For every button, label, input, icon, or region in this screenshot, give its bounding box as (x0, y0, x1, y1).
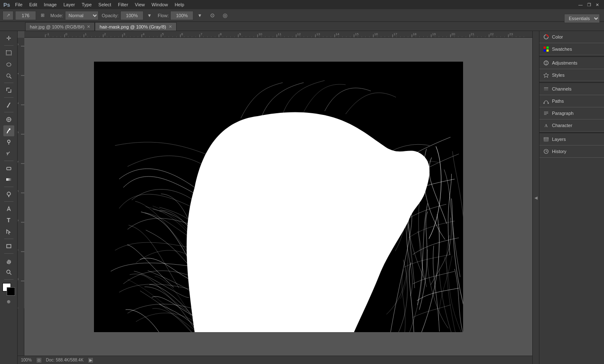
panel-paragraph-header[interactable]: Paragraph (539, 107, 604, 119)
tool-zoom[interactable] (3, 267, 14, 278)
close-button[interactable]: ✕ (594, 2, 601, 8)
tool-text[interactable]: T (3, 215, 14, 226)
menu-layer[interactable]: Layer (61, 1, 78, 8)
paths-panel-icon (543, 98, 549, 104)
flow-toggle-icon[interactable]: ▾ (195, 11, 204, 20)
menu-window[interactable]: Window (149, 1, 170, 8)
panel-paths: Paths (539, 95, 604, 107)
tab-hair-mask-label: hair-mask.png @ 100% (Gray/8) (99, 24, 166, 29)
tool-gradient[interactable] (3, 174, 14, 185)
menu-file[interactable]: File (13, 1, 25, 8)
svg-text:0: 0 (65, 32, 68, 36)
adjustments-panel-label: Adjustments (552, 60, 578, 65)
tab-hair-mask[interactable]: hair-mask.png @ 100% (Gray/8) ✕ (95, 22, 177, 31)
brush-mode-icon: ⊞ (38, 11, 47, 20)
tool-brush[interactable] (3, 125, 14, 136)
svg-point-9 (9, 128, 10, 130)
menu-view[interactable]: View (133, 1, 148, 8)
svg-rect-193 (544, 47, 546, 49)
panel-history-header[interactable]: History (539, 146, 604, 157)
menu-filter[interactable]: Filter (115, 1, 130, 8)
hair-mask-canvas (94, 62, 463, 332)
tool-sep-5 (4, 161, 13, 161)
tool-move[interactable]: ✛ (3, 33, 14, 44)
menu-type[interactable]: Type (79, 1, 94, 8)
workspace-dropdown[interactable]: Essentials (564, 14, 600, 23)
svg-point-202 (544, 103, 545, 104)
background-color[interactable] (7, 287, 15, 296)
panel-paragraph: Paragraph (539, 107, 604, 120)
svg-text:23: 23 (509, 32, 513, 36)
panel-adjustments-header[interactable]: Adjustments (539, 57, 604, 69)
color-panel-icon (543, 34, 549, 40)
tool-path-select[interactable] (3, 226, 14, 237)
status-bar: 100% ⊙ Doc: 588.4K/588.4K ▶ (18, 356, 532, 364)
tab-hair-jpg[interactable]: hair.jpg @ 100% (RGB/8#) ✕ (25, 22, 95, 31)
swatches-panel-icon (543, 46, 549, 52)
tool-eraser[interactable] (3, 163, 14, 174)
airbrush-icon[interactable]: ⊙ (208, 11, 217, 20)
essentials-select[interactable]: Essentials (564, 14, 600, 23)
svg-text:10: 10 (258, 32, 262, 36)
styles-panel-icon (543, 72, 549, 78)
svg-rect-17 (7, 244, 11, 248)
titlebar: Ps File Edit Image Layer Type Select Fil… (0, 0, 604, 9)
flow-label: Flow: (158, 13, 169, 18)
svg-text:19: 19 (432, 32, 436, 36)
panel-channels: Channels (539, 83, 604, 95)
tool-pen[interactable] (3, 203, 14, 214)
panel-channels-header[interactable]: Channels (539, 83, 604, 95)
panel-collapse-button[interactable]: ◀ (532, 31, 539, 364)
mode-select[interactable]: Normal Dissolve Multiply Screen Overlay (65, 11, 99, 20)
brush-size-input[interactable]: 176 (15, 11, 36, 20)
svg-rect-194 (547, 47, 549, 49)
menu-select[interactable]: Select (96, 1, 114, 8)
svg-text:12: 12 (297, 32, 301, 36)
tool-sep-1 (4, 45, 13, 46)
tool-spot-heal[interactable] (3, 114, 14, 125)
tab-hair-jpg-label: hair.jpg @ 100% (RGB/8#) (30, 24, 84, 29)
tool-eyedropper[interactable] (3, 99, 14, 110)
tool-marquee-rect[interactable] (3, 47, 14, 58)
menu-bar: File Edit Image Layer Type Select Filter… (13, 1, 187, 8)
menu-edit[interactable]: Edit (27, 1, 40, 8)
svg-text:22: 22 (490, 32, 494, 36)
panel-layers-header[interactable]: Layers (539, 133, 604, 145)
tab-hair-mask-close[interactable]: ✕ (169, 24, 172, 29)
menu-help[interactable]: Help (172, 1, 187, 8)
tool-dodge[interactable] (3, 189, 14, 200)
panel-paths-header[interactable]: Paths (539, 95, 604, 107)
minimize-button[interactable]: — (577, 2, 584, 8)
doc-info-btn[interactable]: ▶ (88, 357, 94, 363)
zoom-level-btn[interactable]: ⊙ (36, 357, 42, 363)
color-panel-label: Color (552, 34, 563, 39)
tablet-pressure-icon[interactable]: ◎ (220, 11, 229, 20)
svg-text:8: 8 (220, 32, 222, 36)
brush-picker[interactable]: ↗ (3, 11, 13, 20)
tool-crop[interactable] (3, 85, 14, 96)
tool-extra[interactable]: ⊕ (3, 296, 14, 307)
styles-panel-label: Styles (552, 73, 565, 78)
tool-shape[interactable] (3, 241, 14, 252)
tool-clone-stamp[interactable] (3, 137, 14, 148)
panel-character-header[interactable]: A Character (539, 120, 604, 131)
tool-sep-8 (4, 239, 13, 239)
panel-styles-header[interactable]: Styles (539, 69, 604, 81)
tool-quick-select[interactable] (3, 70, 14, 81)
tool-marquee-lasso[interactable] (3, 59, 14, 70)
menu-image[interactable]: Image (42, 1, 60, 8)
maximize-button[interactable]: ❐ (586, 2, 592, 8)
opacity-toggle-icon[interactable]: ▾ (145, 11, 154, 20)
tab-hair-jpg-close[interactable]: ✕ (87, 24, 90, 29)
panel-swatches-header[interactable]: Swatches (539, 43, 604, 55)
svg-text:4: 4 (143, 32, 145, 36)
panel-history: History (539, 146, 604, 158)
tool-history-brush[interactable] (3, 148, 14, 159)
flow-input[interactable]: 100% (170, 11, 193, 20)
svg-rect-210 (544, 141, 548, 141)
tool-hand[interactable] (3, 255, 14, 266)
panel-color-header[interactable]: Color (539, 31, 604, 43)
canvas-container (24, 38, 532, 356)
opacity-input[interactable]: 100% (120, 11, 143, 20)
svg-marker-198 (544, 73, 549, 78)
